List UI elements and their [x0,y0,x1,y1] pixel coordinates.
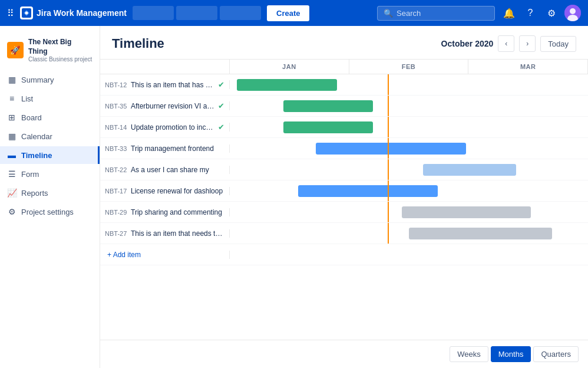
row-chart [230,180,588,201]
nav-item-1[interactable] [133,6,174,20]
nav-item-2[interactable] [176,6,217,20]
sidebar-item-label-form: Form [21,170,39,179]
current-time-line [388,74,389,95]
gantt-label-header [100,60,230,74]
svg-point-1 [25,12,28,15]
grid-icon[interactable]: ⠿ [7,8,14,19]
form-icon: ☰ [7,169,16,179]
app-logo[interactable]: Jira Work Management [20,6,127,19]
notifications-icon[interactable]: 🔔 [501,5,517,21]
nav-item-3[interactable] [220,6,261,20]
check-icon: ✔ [218,101,224,110]
months-button[interactable]: Months [491,346,531,362]
row-text: Update promotion to include [131,123,214,132]
sidebar-item-form[interactable]: ☰ Form [0,165,100,183]
timeline-nav: October 2020 ‹ › Today [441,35,576,52]
row-id: NBT-33 [105,145,127,152]
sidebar-item-timeline[interactable]: ▬ Timeline [0,146,100,164]
content-area: Timeline October 2020 ‹ › Today JAN FEB … [100,26,588,368]
prev-arrow[interactable]: ‹ [498,35,514,52]
row-id: NBT-22 [105,166,127,173]
project-type: Classic Business project [28,56,93,63]
row-id: NBT-12 [105,81,127,88]
search-box[interactable]: 🔍 Search [377,6,495,21]
sidebar-item-summary[interactable]: ▦ Summary [0,71,100,88]
row-chart [230,96,588,116]
topnav-icons: 🔔 ? ⚙ [501,5,581,21]
avatar[interactable] [564,5,581,21]
row-text: Trip management frontend [131,144,224,153]
row-label: NBT-12This is an item that has to be...✔ [100,80,230,89]
row-label: NBT-14Update promotion to include✔ [100,123,230,132]
gantt-months: JAN FEB MAR [230,60,588,74]
current-time-line [388,117,389,137]
table-row[interactable]: NBT-29Trip sharing and commenting [100,202,588,223]
topnav: ⠿ Jira Work Management Create 🔍 Search 🔔… [0,0,588,26]
logo-icon [20,6,33,19]
sidebar-item-settings[interactable]: ⚙ Project settings [0,203,100,221]
sidebar-item-label-settings: Project settings [21,208,74,216]
gantt-month-jan: JAN [230,60,349,74]
table-row[interactable]: NBT-12This is an item that has to be...✔ [100,74,588,96]
project-icon: 🚀 [7,42,24,58]
table-row[interactable]: NBT-27This is an item that needs to .. [100,223,588,244]
row-id: NBT-29 [105,209,127,216]
table-row[interactable]: NBT-22As a user I can share my [100,159,588,180]
sidebar-item-calendar[interactable]: ▦ Calendar [0,127,100,145]
sidebar-item-list[interactable]: ≡ List [0,90,100,107]
table-row[interactable]: NBT-17License renewal for dashloop [100,180,588,202]
gantt-bar[interactable] [402,206,531,218]
row-text: This is an item that needs to .. [131,229,224,238]
timeline-header: Timeline October 2020 ‹ › Today [100,26,588,60]
sidebar-item-label-summary: Summary [21,75,54,84]
gantt-bar[interactable] [316,143,466,155]
row-label: NBT-27This is an item that needs to .. [100,229,230,238]
help-icon[interactable]: ? [522,5,539,21]
gantt-bar[interactable] [283,100,373,112]
row-text: Afterburner revision VI autom... [131,102,214,110]
gantt-month-feb: FEB [349,60,469,74]
table-row[interactable]: NBT-33Trip management frontend [100,138,588,159]
quarters-button[interactable]: Quarters [533,346,579,362]
sidebar-item-reports[interactable]: 📈 Reports [0,184,100,202]
gantt-month-mar: MAR [468,60,588,74]
gantt-bar[interactable] [409,228,552,239]
row-label: NBT-22As a user I can share my [100,166,230,174]
gantt-bar[interactable] [237,79,337,91]
add-item-row[interactable]: + Add item [100,244,588,265]
weeks-button[interactable]: Weeks [450,346,488,362]
timeline-icon: ▬ [7,150,16,160]
project-name: The Next Big Thing [28,38,93,56]
create-button[interactable]: Create [267,5,309,21]
timeline-bottom: Weeks Months Quarters [100,340,588,368]
gantt-bar[interactable] [298,185,438,197]
next-arrow[interactable]: › [519,35,536,52]
row-chart [230,117,588,137]
topnav-nav [133,6,261,20]
sidebar: 🚀 The Next Big Thing Classic Business pr… [0,26,100,368]
calendar-icon: ▦ [7,132,16,141]
current-time-line [388,202,389,222]
today-button[interactable]: Today [540,36,576,52]
timeline-body: JAN FEB MAR NBT-12This is an item that h… [100,60,588,340]
row-id: NBT-35 [105,103,127,110]
gantt-bar[interactable] [283,121,373,133]
table-row[interactable]: NBT-35Afterburner revision VI autom...✔ [100,96,588,117]
gantt-bar[interactable] [423,164,516,176]
row-id: NBT-27 [105,230,127,237]
list-icon: ≡ [7,94,16,103]
svg-point-3 [570,8,576,14]
search-icon: 🔍 [384,9,393,18]
search-placeholder: Search [397,9,421,18]
table-row[interactable]: NBT-14Update promotion to include✔ [100,117,588,138]
row-label: NBT-33Trip management frontend [100,144,230,153]
current-time-line [388,159,389,180]
sidebar-item-label-board: Board [21,113,42,122]
sidebar-item-label-reports: Reports [21,189,48,198]
row-text: This is an item that has to be... [131,81,214,89]
current-time-line [388,223,389,244]
sidebar-item-label-list: List [21,94,33,103]
sidebar-item-board[interactable]: ⊞ Board [0,109,100,126]
settings-icon[interactable]: ⚙ [543,5,560,21]
add-item-button[interactable]: + Add item [100,251,230,259]
